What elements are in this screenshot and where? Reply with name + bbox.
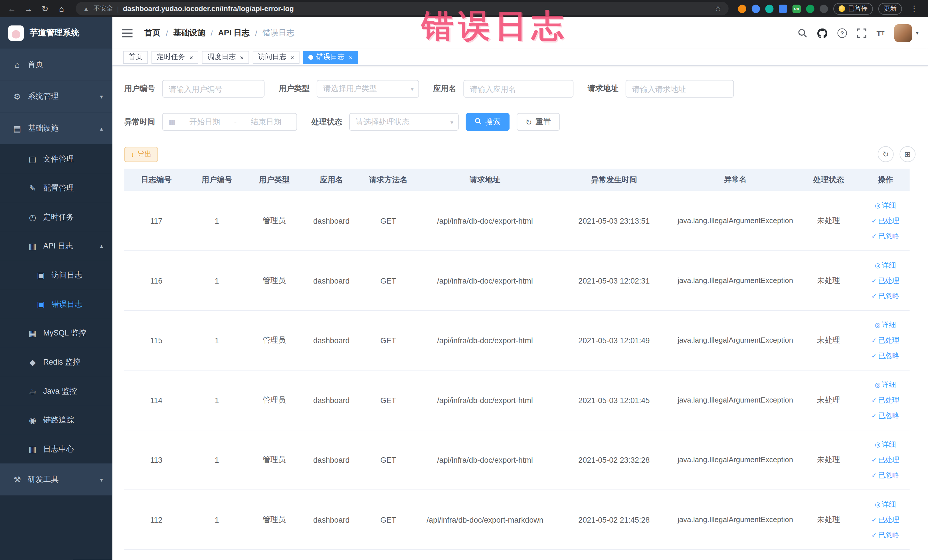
ignored-link[interactable]: ✓已忽略 [864,348,907,363]
processed-link[interactable]: ✓已处理 [864,392,907,407]
menu-item-label: MySQL 监控 [43,328,86,338]
processed-link[interactable]: ✓已处理 [864,213,907,229]
extension-icon-blue[interactable] [752,5,760,13]
detail-link[interactable]: ◎详细 [864,257,907,273]
range-separator: - [234,117,237,127]
paused-pill[interactable]: 已暂停 [833,3,873,14]
sidebar-item-infra[interactable]: ▤ 基础设施 ▴ [0,112,112,144]
security-label: 不安全 [93,4,113,13]
font-size-icon[interactable]: TT [877,29,885,38]
process-status-select[interactable]: 请选择处理状态 ▾ [349,113,459,131]
tab-home[interactable]: 首页 × [123,50,148,64]
tab-error-log[interactable]: 错误日志 × [303,50,358,64]
close-icon[interactable]: × [240,53,244,61]
breadcrumb-item-home[interactable]: 首页 / [144,28,173,38]
search-button[interactable]: 搜索 [466,113,510,131]
menu-item-label: 研发工具 [28,474,59,485]
request-url-input[interactable] [626,80,734,98]
home-icon[interactable]: ⌂ [55,2,69,16]
sidebar-item-access-log[interactable]: ▣ 访问日志 [0,261,112,290]
detail-link[interactable]: ◎详细 [864,497,907,512]
ignored-link[interactable]: ✓已忽略 [864,468,907,483]
bookmark-star-icon[interactable]: ☆ [714,4,722,13]
tab-access-log[interactable]: 访问日志 × [253,50,300,64]
extension-icon-teal[interactable] [765,5,773,13]
hamburger-icon[interactable] [122,26,135,40]
date-range-picker[interactable]: ▦ 开始日期 - 结束日期 [162,113,297,131]
detail-link[interactable]: ◎详细 [864,317,907,333]
sidebar-item-job[interactable]: ◷ 定时任务 [0,203,112,232]
menu-item-icon: ✎ [27,183,38,192]
sidebar-item-file[interactable]: ▢ 文件管理 [0,144,112,174]
detail-link[interactable]: ◎详细 [864,437,907,452]
check-icon: ✓ [872,292,877,299]
close-icon[interactable]: × [290,53,294,61]
search-icon[interactable] [798,29,807,38]
chevron-icon: ▾ [100,476,103,483]
ignored-link[interactable]: ✓已忽略 [864,407,907,423]
sidebar-item-api-log[interactable]: ▥ API 日志 ▴ [0,231,112,261]
url-separator: | [117,5,119,12]
column-settings-icon[interactable]: ⊞ [899,146,916,162]
help-icon[interactable]: ? [838,29,847,38]
sidebar-logo[interactable]: 芋道管理系统 [0,17,112,49]
sidebar-item-log-center[interactable]: ▥ 日志中心 [0,435,112,464]
back-icon[interactable]: ← [5,2,19,16]
app-name-input[interactable] [463,80,573,98]
close-icon[interactable]: × [189,53,193,61]
user-type-select[interactable]: 请选择用户类型 ▾ [317,80,419,98]
sidebar-item-redis[interactable]: ◆ Redis 监控 [0,348,112,377]
browser-menu-icon[interactable]: ⋮ [907,4,921,13]
breadcrumb-item-infra[interactable]: 基础设施 / [173,28,218,38]
extension-icon-grid[interactable] [779,5,787,13]
forward-icon[interactable]: → [21,2,36,16]
sidebar-item-trace[interactable]: ◉ 链路追踪 [0,405,112,435]
processed-link[interactable]: ✓已处理 [864,273,907,288]
menu-item-icon: ▣ [35,270,46,279]
sidebar-item-mysql[interactable]: ▦ MySQL 监控 [0,318,112,348]
menu-item-label: 首页 [28,59,43,70]
sidebar-item-error-log[interactable]: ▣ 错误日志 [0,289,112,318]
tab-job-log[interactable]: 调度日志 × [202,50,249,64]
user-id-label: 用户编号 [124,84,155,94]
check-icon: ✓ [872,456,877,464]
processed-link[interactable]: ✓已处理 [864,333,907,348]
github-icon[interactable] [817,28,827,38]
sidebar-item-system[interactable]: ⚙ 系统管理 ▾ [0,81,112,112]
processed-link[interactable]: ✓已处理 [864,452,907,468]
tab-job[interactable]: 定时任务 × [151,50,198,64]
detail-link[interactable]: ◎详细 [864,198,907,213]
close-icon[interactable]: × [349,53,353,61]
url-bar[interactable]: ▲ 不安全 | dashboard.yudao.iocoder.cn/infra… [76,2,729,15]
detail-link[interactable]: ◎详细 [864,377,907,392]
fullscreen-icon[interactable] [857,29,866,38]
reload-icon[interactable]: ↻ [38,2,52,16]
sidebar-item-config[interactable]: ✎ 配置管理 [0,174,112,203]
menu-item-label: 定时任务 [43,212,74,222]
security-warning-icon[interactable]: ▲ [83,5,89,12]
menu-item-label: Java 监控 [43,386,77,396]
refresh-table-icon[interactable]: ↻ [878,146,894,162]
extension-icon-orange[interactable] [738,5,746,13]
extension-icon-leaf[interactable] [806,5,815,13]
user-menu[interactable]: ▾ [894,24,919,42]
breadcrumb-item-error-log[interactable]: 错误日志 / [263,28,295,38]
ignored-link[interactable]: ✓已忽略 [864,229,907,244]
menu-item-icon: ⚒ [12,475,22,484]
sidebar-item-java[interactable]: ☕ Java 监控 [0,376,112,405]
processed-link[interactable]: ✓已处理 [864,512,907,528]
extension-icon-on-badge[interactable]: on [792,5,801,13]
menu-item-label: 错误日志 [51,299,82,309]
breadcrumb: 首页 / 基础设施 / API 日志 / 错误日志 / [144,28,295,38]
sidebar-item-home[interactable]: ⌂ 首页 [0,49,112,81]
update-button[interactable]: 更新 [878,3,902,14]
check-icon: ✓ [872,217,877,224]
ignored-link[interactable]: ✓已忽略 [864,288,907,304]
extension-icon-paw[interactable] [820,5,828,13]
ignored-link[interactable]: ✓已忽略 [864,527,907,543]
breadcrumb-item-api-log[interactable]: API 日志 / [218,28,263,38]
user-id-input[interactable] [162,80,264,98]
sidebar-item-dev-tools[interactable]: ⚒ 研发工具 ▾ [0,463,112,495]
export-button[interactable]: ↓ 导出 [124,146,158,162]
reset-button[interactable]: ↻ 重置 [517,113,560,131]
